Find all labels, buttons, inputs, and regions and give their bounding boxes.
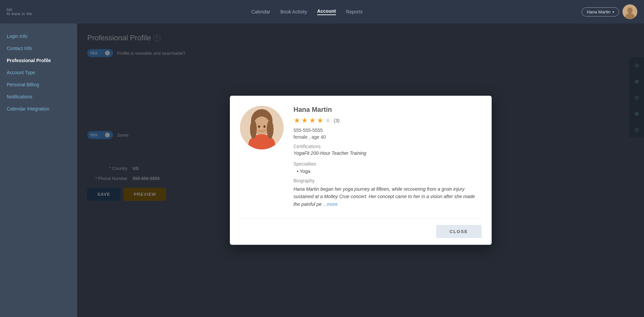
user-name-label: Hana Martin <box>587 9 610 14</box>
modal-biography-text: Hana Martin began her yoga journey at fi… <box>294 185 482 208</box>
modal-name: Hana Martin <box>294 106 482 114</box>
svg-point-8 <box>267 120 274 139</box>
modal-specialty-yoga: • Yoga <box>294 169 482 174</box>
modal-certifications-title: Certifications <box>294 144 482 149</box>
modal: Hana Martin ★ ★ ★ ★ ★ (3) 555-555-5555 f… <box>230 96 492 245</box>
modal-gender-age: female , age 40 <box>294 134 482 140</box>
sidebar-item-login-info[interactable]: Login Info <box>0 30 77 42</box>
nav-reports[interactable]: Reports <box>346 9 362 14</box>
sidebar-item-professional-profile[interactable]: Professional Profile <box>0 54 77 66</box>
user-menu-button[interactable]: Hana Martin <box>582 7 619 16</box>
modal-phone: 555-555-5555 <box>294 128 482 133</box>
sidebar: Login Info Contact Info Professional Pro… <box>0 24 77 317</box>
user-area: Hana Martin <box>582 4 637 19</box>
main-content: Professional Profile ? YES Profile is vi… <box>77 24 644 317</box>
logo: fitli fit more in life <box>7 8 32 16</box>
modal-avatar-section <box>240 106 284 208</box>
star-2: ★ <box>301 116 308 125</box>
main-nav: Calendar Book Activity Account Reports <box>251 8 362 15</box>
modal-certifications: YogaFit 200-Hour Teacher Training <box>294 150 482 156</box>
sidebar-item-notifications[interactable]: Notifications <box>0 91 77 103</box>
modal-avatar-circle <box>240 106 284 149</box>
avatar <box>623 4 637 19</box>
modal-specialties-title: Specialties <box>294 161 482 167</box>
star-3: ★ <box>309 116 316 125</box>
svg-point-7 <box>250 120 257 139</box>
star-5: ★ <box>325 116 331 125</box>
svg-point-10 <box>263 125 265 128</box>
nav-calendar[interactable]: Calendar <box>251 9 270 14</box>
page-body: Login Info Contact Info Professional Pro… <box>0 24 644 317</box>
modal-biography-title: Biography <box>294 178 482 183</box>
svg-point-9 <box>258 125 260 128</box>
star-4: ★ <box>317 116 324 125</box>
star-1: ★ <box>294 116 300 125</box>
review-count: (3) <box>334 118 340 123</box>
svg-point-1 <box>627 7 633 13</box>
modal-stars: ★ ★ ★ ★ ★ (3) <box>294 116 482 125</box>
sidebar-item-account-type[interactable]: Account Type <box>0 66 77 79</box>
modal-body: Hana Martin ★ ★ ★ ★ ★ (3) 555-555-5555 f… <box>230 96 492 218</box>
close-button[interactable]: CLOSE <box>436 225 482 238</box>
nav-book-activity[interactable]: Book Activity <box>281 9 307 14</box>
modal-info: Hana Martin ★ ★ ★ ★ ★ (3) 555-555-5555 f… <box>294 106 482 208</box>
sidebar-item-contact-info[interactable]: Contact Info <box>0 42 77 54</box>
nav-account[interactable]: Account <box>317 8 336 15</box>
modal-footer: CLOSE <box>230 218 492 245</box>
sidebar-item-calendar-integration[interactable]: Calendar Integration <box>0 103 77 115</box>
modal-overlay: Hana Martin ★ ★ ★ ★ ★ (3) 555-555-5555 f… <box>77 24 644 317</box>
sidebar-item-personal-billing[interactable]: Personal Billing <box>0 79 77 91</box>
header: fitli fit more in life Calendar Book Act… <box>0 0 644 24</box>
more-link[interactable]: ...more <box>323 201 338 207</box>
